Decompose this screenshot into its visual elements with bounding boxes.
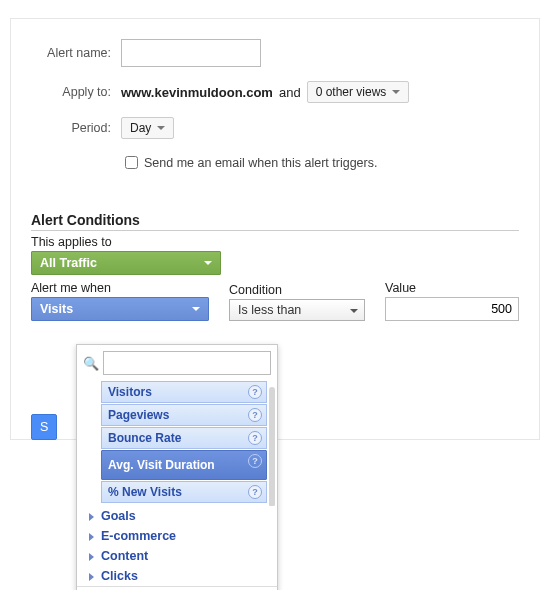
alert-conditions-heading: Alert Conditions [31,212,519,228]
help-icon[interactable]: ? [248,408,262,422]
chevron-down-icon [204,261,212,265]
metric-option-bounce-rate[interactable]: Bounce Rate? [101,427,267,449]
other-views-label: 0 other views [316,85,387,99]
condition-value: Is less than [238,303,301,317]
alert-name-label: Alert name: [31,46,111,60]
value-input[interactable] [385,297,519,321]
metric-value: Visits [40,302,73,316]
condition-dropdown[interactable]: Is less than [229,299,365,321]
alert-conditions-section: Alert Conditions This applies to All Tra… [31,212,519,321]
chevron-down-icon [157,126,165,130]
alert-me-when-label: Alert me when [31,281,209,295]
send-email-label: Send me an email when this alert trigger… [144,156,377,170]
apply-to-domain: www.kevinmuldoon.com [121,85,273,100]
help-icon[interactable]: ? [248,385,262,399]
period-value: Day [130,121,151,135]
metric-option-pageviews[interactable]: Pageviews? [101,404,267,426]
applies-to-label: This applies to [31,235,519,249]
help-icon[interactable]: ? [248,485,262,499]
apply-to-label: Apply to: [31,85,111,99]
chevron-down-icon [192,307,200,311]
period-dropdown[interactable]: Day [121,117,174,139]
metric-list: Visitors? Pageviews? Bounce Rate? Avg. V… [77,381,277,506]
other-views-dropdown[interactable]: 0 other views [307,81,410,103]
help-icon[interactable]: ? [248,431,262,445]
period-label: Period: [31,121,111,135]
help-icon[interactable]: ? [248,454,262,468]
apply-to-and: and [279,85,301,100]
metric-option-pct-new-visits[interactable]: % New Visits? [101,481,267,503]
search-icon: 🔍 [83,356,99,371]
scrollbar[interactable] [269,387,275,506]
applies-to-value: All Traffic [40,256,97,270]
chevron-down-icon [350,309,358,313]
metric-category-clicks[interactable]: Clicks [77,566,277,586]
metric-search-input[interactable] [103,351,271,375]
metric-dropdown[interactable]: Visits [31,297,209,321]
condition-label: Condition [229,283,365,297]
metric-dropdown-panel: 🔍 Visitors? Pageviews? Bounce Rate? Avg.… [76,344,278,590]
chevron-down-icon [392,90,400,94]
alert-name-input[interactable] [121,39,261,67]
divider [31,230,519,231]
value-label: Value [385,281,519,295]
send-email-checkbox[interactable] [125,156,138,169]
metric-category-ecommerce[interactable]: E-commerce [77,526,277,546]
save-button[interactable]: S [31,414,57,440]
metric-category-goals[interactable]: Goals [77,506,277,526]
metric-option-avg-visit-duration[interactable]: Avg. Visit Duration? [101,450,267,480]
metric-category-content[interactable]: Content [77,546,277,566]
applies-to-dropdown[interactable]: All Traffic [31,251,221,275]
metric-option-visitors[interactable]: Visitors? [101,381,267,403]
